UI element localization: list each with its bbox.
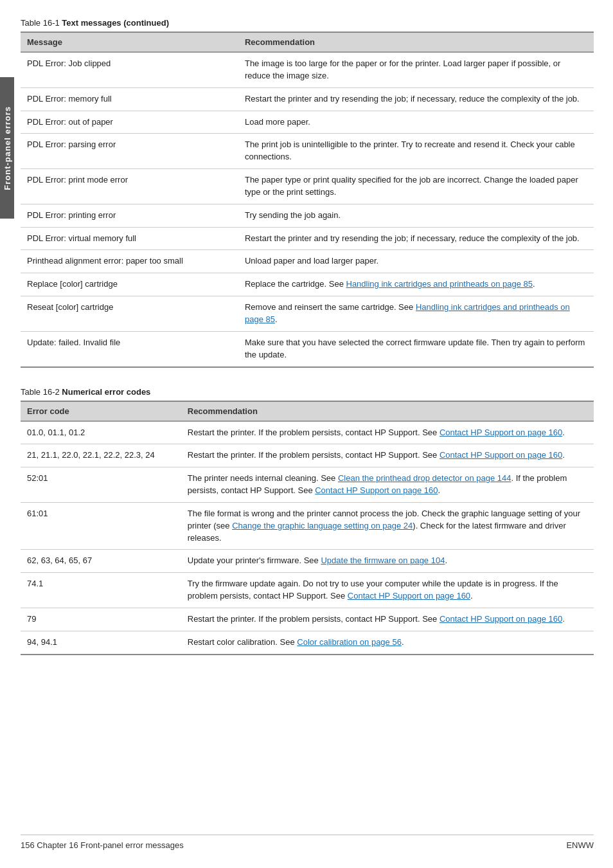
table2-link[interactable]: Change the graphic language setting on p…	[232, 521, 413, 530]
table-row: 01.0, 01.1, 01.2Restart the printer. If …	[21, 421, 594, 444]
table2-link2[interactable]: Contact HP Support on page 160	[315, 485, 438, 495]
side-tab-label: Front-panel errors	[3, 106, 12, 190]
table-row: Update: failed. Invalid fileMake sure th…	[21, 331, 594, 366]
table2-title-label: Numerical error codes	[62, 387, 150, 397]
table1-message-cell: Replace [color] cartridge	[21, 273, 238, 296]
table2-code-cell: 01.0, 01.1, 01.2	[21, 421, 181, 444]
table1-message-cell: Printhead alignment error: paper too sma…	[21, 250, 238, 273]
table1-message-cell: Reseat [color] cartridge	[21, 296, 238, 332]
table1-recommendation-cell: Restart the printer and try resending th…	[238, 227, 594, 250]
table2-recommendation-cell: The file format is wrong and the printer…	[181, 502, 594, 550]
table2-code-cell: 94, 94.1	[21, 631, 181, 654]
table2-code-cell: 52:01	[21, 467, 181, 503]
table2-link[interactable]: Update the firmware on page 104	[321, 556, 445, 565]
side-tab: Front-panel errors	[0, 77, 14, 219]
table2-title: Table 16-2 Numerical error codes	[21, 387, 594, 397]
table-row: 94, 94.1Restart color calibration. See C…	[21, 631, 594, 654]
table1-recommendation-cell: The print job is unintelligible to the p…	[238, 134, 594, 169]
table1-message-cell: PDL Error: virtual memory full	[21, 227, 238, 250]
table1-link[interactable]: Handling ink cartridges and printheads o…	[346, 279, 533, 289]
table2-header-row: Error code Recommendation	[21, 401, 594, 421]
footer-right: ENWW	[566, 840, 594, 850]
table-row: PDL Error: parsing errorThe print job is…	[21, 134, 594, 169]
table2-code-cell: 21, 21.1, 22.0, 22.1, 22.2, 22.3, 24	[21, 444, 181, 467]
table2-link[interactable]: Contact HP Support on page 160	[440, 614, 562, 624]
table1-recommendation-cell: Make sure that you have selected the cor…	[238, 331, 594, 366]
table2-code-cell: 62, 63, 64, 65, 67	[21, 550, 181, 573]
table-row: 21, 21.1, 22.0, 22.1, 22.2, 22.3, 24Rest…	[21, 444, 594, 467]
table1-recommendation-cell: Load more paper.	[238, 111, 594, 134]
page-footer: 156 Chapter 16 Front-panel error message…	[21, 835, 594, 850]
table2-recommendation-cell: Update your printer's firmware. See Upda…	[181, 550, 594, 573]
table2-recommendation-cell: Restart the printer. If the problem pers…	[181, 608, 594, 631]
table2-recommendation-cell: The printer needs internal cleaning. See…	[181, 467, 594, 503]
table1-col2-header: Recommendation	[238, 32, 594, 52]
table1-title: Table 16-1 Text messages (continued)	[21, 18, 594, 28]
table-row: PDL Error: memory fullRestart the printe…	[21, 87, 594, 111]
table2-link1[interactable]: Clean the printhead drop detector on pag…	[338, 473, 511, 483]
table-row: PDL Error: Job clippedThe image is too l…	[21, 52, 594, 87]
table2-recommendation-cell: Try the firmware update again. Do not tr…	[181, 573, 594, 608]
table1-message-cell: PDL Error: printing error	[21, 204, 238, 227]
table1-message-cell: PDL Error: print mode error	[21, 169, 238, 204]
table-row: 74.1Try the firmware update again. Do no…	[21, 573, 594, 608]
table2-link[interactable]: Contact HP Support on page 160	[440, 428, 562, 437]
table2-code-cell: 74.1	[21, 573, 181, 608]
table2-recommendation-cell: Restart color calibration. See Color cal…	[181, 631, 594, 654]
table-row: 52:01The printer needs internal cleaning…	[21, 467, 594, 503]
table-row: PDL Error: printing errorTry sending the…	[21, 204, 594, 227]
table2-link[interactable]: Contact HP Support on page 160	[348, 591, 470, 601]
table-row: 79Restart the printer. If the problem pe…	[21, 608, 594, 631]
table-row: Printhead alignment error: paper too sma…	[21, 250, 594, 273]
table-row: 61:01The file format is wrong and the pr…	[21, 502, 594, 550]
table2-code-cell: 61:01	[21, 502, 181, 550]
table1-title-label: Text messages (continued)	[62, 18, 169, 28]
table1: Message Recommendation PDL Error: Job cl…	[21, 32, 594, 368]
table2-recommendation-cell: Restart the printer. If the problem pers…	[181, 421, 594, 444]
table1-message-cell: PDL Error: Job clipped	[21, 52, 238, 87]
table2-col1-header: Error code	[21, 401, 181, 421]
table1-link[interactable]: Handling ink cartridges and printheads o…	[245, 302, 570, 324]
table-row: 62, 63, 64, 65, 67Update your printer's …	[21, 550, 594, 573]
table-row: PDL Error: print mode errorThe paper typ…	[21, 169, 594, 204]
table2-title-number: Table 16-2	[21, 387, 60, 397]
table1-message-cell: Update: failed. Invalid file	[21, 331, 238, 366]
table1-recommendation-cell: Try sending the job again.	[238, 204, 594, 227]
table1-recommendation-cell: Replace the cartridge. See Handling ink …	[238, 273, 594, 296]
table1-title-number: Table 16-1	[21, 18, 60, 28]
table-row: PDL Error: virtual memory fullRestart th…	[21, 227, 594, 250]
table-row: PDL Error: out of paperLoad more paper.	[21, 111, 594, 134]
table1-recommendation-cell: Restart the printer and try resending th…	[238, 87, 594, 111]
table1-recommendation-cell: The image is too large for the paper or …	[238, 52, 594, 87]
table1-col1-header: Message	[21, 32, 238, 52]
main-content: Table 16-1 Text messages (continued) Mes…	[21, 0, 594, 655]
table2-link[interactable]: Contact HP Support on page 160	[440, 450, 562, 460]
table1-recommendation-cell: Unload paper and load larger paper.	[238, 250, 594, 273]
table-row: Replace [color] cartridgeReplace the car…	[21, 273, 594, 296]
table2-col2-header: Recommendation	[181, 401, 594, 421]
table1-message-cell: PDL Error: out of paper	[21, 111, 238, 134]
table2-recommendation-cell: Restart the printer. If the problem pers…	[181, 444, 594, 467]
table1-recommendation-cell: The paper type or print quality specifie…	[238, 169, 594, 204]
table2-code-cell: 79	[21, 608, 181, 631]
table2: Error code Recommendation 01.0, 01.1, 01…	[21, 401, 594, 655]
footer-left: 156 Chapter 16 Front-panel error message…	[21, 840, 184, 850]
table-row: Reseat [color] cartridgeRemove and reins…	[21, 296, 594, 332]
table1-header-row: Message Recommendation	[21, 32, 594, 52]
table2-link[interactable]: Color calibration on page 56	[297, 637, 402, 647]
table1-recommendation-cell: Remove and reinsert the same cartridge. …	[238, 296, 594, 332]
table1-message-cell: PDL Error: memory full	[21, 87, 238, 111]
table1-message-cell: PDL Error: parsing error	[21, 134, 238, 169]
